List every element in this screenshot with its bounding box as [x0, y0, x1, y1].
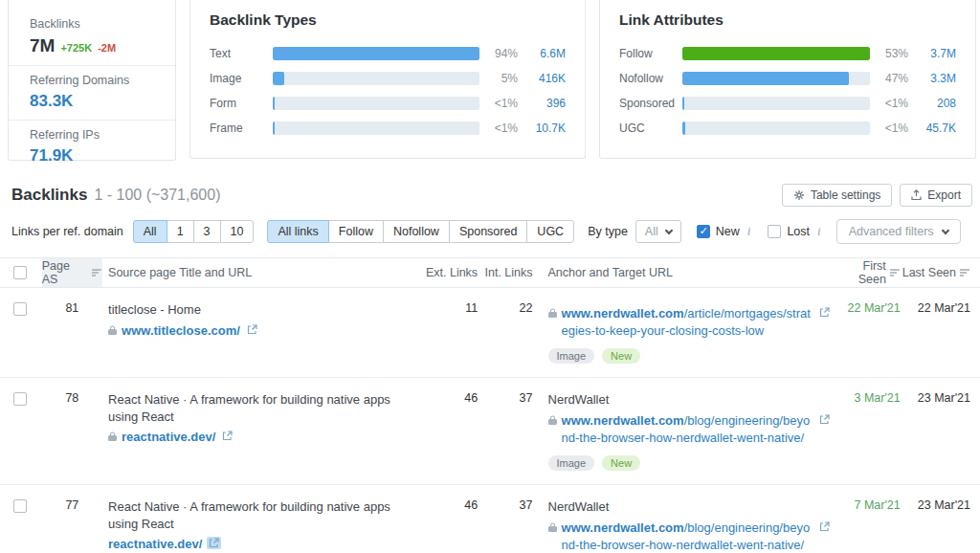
chevron-down-icon — [941, 226, 948, 233]
source-page-title: titleclose - Home — [108, 301, 421, 319]
bar-row-text: Text 94% 6.6M — [210, 41, 566, 66]
last-seen-date: 22 Mar'21 — [901, 288, 980, 377]
bar-value-link[interactable]: 6.6M — [518, 47, 566, 60]
row-checkbox[interactable] — [13, 499, 27, 513]
lpd-option-10[interactable]: 10 — [220, 220, 255, 243]
advanced-filters-label: Advanced filters — [849, 225, 934, 238]
bar-fill — [273, 97, 275, 110]
stat-label: Referring Domains — [30, 74, 162, 87]
external-link-icon[interactable] — [207, 537, 221, 549]
bar-row-follow: Follow 53% 3.7M — [619, 41, 956, 66]
target-url-link[interactable]: www.nerdwallet.com/article/mortgages/str… — [562, 305, 813, 340]
advanced-filters-button[interactable]: Advanced filters — [836, 219, 961, 244]
info-icon: i — [817, 224, 821, 239]
bar-value-link[interactable]: 3.3M — [908, 72, 956, 85]
bar-value-link[interactable]: 208 — [908, 97, 956, 110]
sort-icon — [960, 268, 970, 277]
stat-label: Backlinks — [30, 17, 162, 31]
backlink-types-panel: Backlink Types Text 94% 6.6M Image 5% 41… — [189, 0, 586, 159]
stat-delta-up: +725K — [60, 42, 92, 54]
ext-links-value: 46 — [421, 485, 478, 553]
link-type-follow[interactable]: Follow — [328, 220, 384, 243]
bar-row-frame: Frame <1% 10.7K — [210, 116, 566, 141]
source-url-link[interactable]: reactnative.dev/ — [122, 429, 215, 446]
page-title: Backlinks — [11, 186, 87, 205]
sort-icon — [92, 268, 102, 277]
stat-value-link[interactable]: 83.3K — [30, 92, 73, 111]
column-header-first-seen[interactable]: First Seen — [832, 258, 900, 287]
bar-track — [682, 47, 870, 60]
lost-checkbox[interactable] — [768, 225, 781, 238]
external-link-icon[interactable] — [817, 413, 832, 426]
bar-fill — [682, 72, 849, 85]
sort-icon — [890, 268, 901, 277]
bar-percent: 47% — [870, 72, 908, 85]
bar-label: UGC — [619, 122, 682, 135]
column-label: Source page Title and URL — [108, 266, 252, 279]
bar-percent: 94% — [479, 47, 518, 60]
anchor-text: NerdWallet — [548, 498, 833, 516]
export-button[interactable]: Export — [900, 184, 972, 207]
bar-label: Frame — [210, 122, 273, 135]
bar-track — [273, 122, 479, 135]
info-icon: i — [747, 224, 751, 239]
lock-icon — [548, 414, 557, 429]
links-per-domain-segmented: All 1 3 10 — [133, 220, 255, 243]
source-page-title: React Native · A framework for building … — [108, 391, 421, 425]
lpd-option-3[interactable]: 3 — [193, 220, 221, 243]
lpd-option-all[interactable]: All — [133, 220, 167, 243]
column-header-anchor: Anchor and Target URL — [533, 258, 833, 287]
table-settings-button[interactable]: Table settings — [782, 184, 892, 207]
link-type-sponsored[interactable]: Sponsored — [449, 220, 527, 243]
gear-icon — [793, 189, 805, 201]
bar-percent: <1% — [870, 97, 908, 110]
bar-value-link[interactable]: 3.7M — [908, 47, 956, 60]
link-attributes-panel: Link Attributes Follow 53% 3.7M Nofollow… — [599, 0, 976, 159]
source-url-link[interactable]: www.titleclose.com/ — [122, 322, 240, 340]
external-link-icon[interactable] — [245, 323, 259, 336]
lpd-option-1[interactable]: 1 — [167, 220, 194, 243]
ext-links-value: 11 — [421, 288, 478, 377]
new-checkbox-label: New — [716, 225, 740, 238]
results-range: 1 - 100 (~371,600) — [94, 187, 220, 204]
bar-fill — [273, 47, 479, 60]
external-link-icon[interactable] — [817, 520, 832, 533]
table-body: 81 titleclose - Home www.titleclose.com/… — [0, 288, 980, 553]
target-url-link[interactable]: www.nerdwallet.com/blog/engineering/beyo… — [562, 412, 813, 447]
column-header-page-as[interactable]: Page AS — [42, 258, 102, 287]
lock-icon — [108, 324, 117, 339]
last-seen-date: 23 Mar'21 — [901, 378, 980, 484]
new-badge: New — [602, 455, 640, 471]
stat-value-link[interactable]: 71.9K — [30, 146, 73, 166]
target-url-link[interactable]: www.nerdwallet.com/blog/engineering/beyo… — [562, 520, 813, 553]
bar-value-link[interactable]: 45.7K — [908, 122, 956, 135]
by-type-select[interactable]: All — [635, 220, 681, 243]
row-checkbox[interactable] — [13, 392, 27, 406]
source-url-link[interactable]: reactnative.dev/ — [108, 536, 202, 553]
external-link-icon[interactable] — [817, 306, 832, 319]
row-checkbox[interactable] — [13, 302, 27, 316]
bar-value-link[interactable]: 10.7K — [518, 122, 566, 135]
by-type-label: By type — [588, 225, 628, 238]
overview-panels: Backlinks 7M +725K -2M Referring Domains… — [0, 0, 980, 161]
int-links-value: 22 — [478, 288, 532, 377]
bar-value-link[interactable]: 396 — [518, 97, 566, 110]
column-label: First Seen — [832, 259, 885, 286]
link-type-ugc[interactable]: UGC — [526, 220, 574, 243]
bar-fill — [273, 72, 284, 85]
link-type-all-links[interactable]: All links — [267, 220, 328, 243]
column-label: Last Seen — [902, 266, 956, 279]
bar-value-link[interactable]: 416K — [518, 72, 566, 85]
column-header-last-seen[interactable]: Last Seen — [901, 258, 980, 287]
table-row: 77 React Native · A framework for buildi… — [0, 485, 980, 553]
new-checkbox[interactable] — [697, 225, 710, 238]
first-seen-date: 7 Mar'21 — [832, 485, 900, 553]
select-all-checkbox[interactable] — [13, 266, 27, 279]
link-type-nofollow[interactable]: Nofollow — [383, 220, 450, 243]
page-as-value: 78 — [42, 378, 102, 484]
external-link-icon[interactable] — [220, 430, 234, 442]
bar-fill — [682, 47, 870, 60]
table-header-row: Page AS Source page Title and URL Ext. L… — [0, 257, 980, 288]
stat-referring-ips: Referring IPs 71.9K — [9, 120, 175, 174]
column-header-ext-links: Ext. Links — [421, 258, 478, 287]
